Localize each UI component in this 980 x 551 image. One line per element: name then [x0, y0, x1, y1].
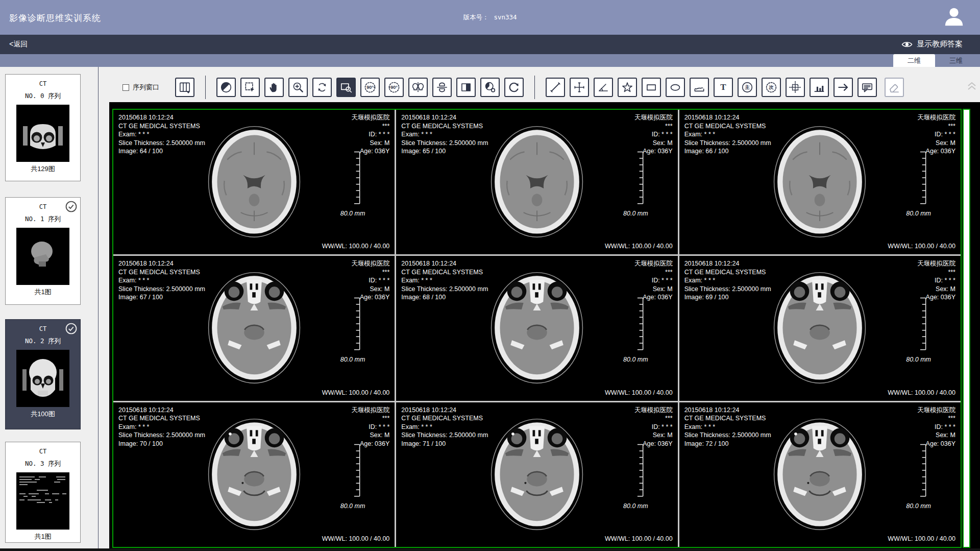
series-name: NO. 1 序列: [6, 215, 80, 224]
window-level-label: WW/WL: 100.00 / 40.00: [322, 535, 390, 542]
overlay-device: CT GE MEDICAL SYSTEMS: [684, 268, 771, 277]
flip-horizontal-icon: [411, 81, 425, 94]
series-card-3[interactable]: CT NO. 3 序列 共1图: [5, 442, 81, 543]
overlay-datetime: 20150618 10:12:24: [684, 113, 771, 122]
tool-mark-star-button[interactable]: [618, 78, 637, 97]
tool-reset-button[interactable]: [504, 78, 524, 97]
tool-comment-button[interactable]: [857, 78, 877, 97]
overlay-datetime: 20150618 10:12:24: [684, 406, 771, 415]
window-level-icon: [483, 81, 497, 94]
scale-ruler-icon: [919, 295, 927, 353]
overlay-sex: Sex: M: [634, 139, 673, 148]
overlay-sex: Sex: M: [634, 431, 673, 440]
viewer-cell[interactable]: 20150618 10:12:24 CT GE MEDICAL SYSTEMS …: [113, 256, 395, 400]
nav-bar: <返回 显示教师答案: [0, 35, 980, 54]
overlay-stars: ***: [917, 268, 955, 277]
overlay-hospital: 天堰模拟医院: [917, 113, 955, 122]
viewer-scrollbar[interactable]: [963, 109, 970, 548]
viewer-cell[interactable]: 20150618 10:12:24 CT GE MEDICAL SYSTEMS …: [679, 402, 961, 547]
toolbar: 序列窗口 90°90°T主次: [122, 77, 904, 98]
tool-measure-cross-button[interactable]: [570, 78, 589, 97]
series-window-checkbox-group[interactable]: 序列窗口: [122, 83, 159, 92]
overlay-device: CT GE MEDICAL SYSTEMS: [401, 122, 488, 131]
overlay-thickness: Slice Thickness: 2.500000 mm: [401, 431, 488, 440]
overlay-exam: Exam: * * *: [401, 130, 488, 139]
tool-annotate-text-button[interactable]: T: [714, 78, 733, 97]
tool-sync-rotate-button[interactable]: [312, 78, 332, 97]
tool-roi-rectangle-button[interactable]: [642, 78, 661, 97]
ct-slice-image: [479, 118, 595, 244]
user-avatar-icon[interactable]: [942, 5, 966, 29]
tool-curve-profile-button[interactable]: [690, 78, 709, 97]
tool-select-button[interactable]: [240, 78, 260, 97]
measure-angle-icon: [597, 81, 610, 94]
tool-mark-primary-button[interactable]: 主: [738, 78, 757, 97]
overlay-device: CT GE MEDICAL SYSTEMS: [684, 414, 771, 423]
tool-mark-arrow-button[interactable]: [834, 78, 853, 97]
tool-flip-vertical-button[interactable]: [432, 78, 452, 97]
tool-zoom-in-button[interactable]: [288, 78, 308, 97]
viewer-cell[interactable]: 20150618 10:12:24 CT GE MEDICAL SYSTEMS …: [396, 402, 677, 547]
series-thumbnail: [16, 228, 69, 285]
overlay-sex: Sex: M: [917, 285, 955, 294]
viewer-cell[interactable]: 20150618 10:12:24 CT GE MEDICAL SYSTEMS …: [113, 402, 395, 547]
tool-window-level-button[interactable]: [480, 78, 500, 97]
ct-slice-image: [479, 411, 595, 536]
scale-ruler-icon: [353, 149, 361, 207]
overlay-exam: Exam: * * *: [118, 276, 205, 285]
tool-roi-ellipse-button[interactable]: [666, 78, 685, 97]
ct-slice-image: [762, 411, 877, 536]
series-card-2[interactable]: CT NO. 2 序列 共100图: [5, 319, 81, 429]
overlay-stars: ***: [351, 122, 389, 131]
collapse-toolbar-icon[interactable]: [966, 80, 977, 92]
overlay-hospital: 天堰模拟医院: [634, 113, 673, 122]
tool-measure-line-button[interactable]: [546, 78, 565, 97]
overlay-stars: ***: [351, 414, 389, 423]
tool-mark-secondary-button[interactable]: 次: [762, 78, 781, 97]
tool-rotate-ccw-90-button[interactable]: 90°: [360, 78, 380, 97]
series-count: 共100图: [6, 410, 80, 419]
overlay-stars: ***: [351, 268, 389, 277]
overlay-hospital: 天堰模拟医院: [351, 406, 389, 415]
back-button[interactable]: <返回: [9, 40, 28, 49]
tool-layout-grid-button[interactable]: [175, 78, 194, 97]
show-teacher-answer-button[interactable]: 显示教师答案: [901, 39, 963, 49]
overlay-patient-id: ID: * * *: [917, 276, 955, 285]
series-card-0[interactable]: CT NO. 0 序列 共129图: [5, 74, 81, 181]
tool-render-sphere-button[interactable]: [216, 78, 236, 97]
tool-pan-button[interactable]: [264, 78, 284, 97]
tab-2d[interactable]: 二维: [893, 54, 935, 67]
viewer-cell[interactable]: 20150618 10:12:24 CT GE MEDICAL SYSTEMS …: [679, 110, 961, 254]
tool-eraser-button[interactable]: [885, 78, 904, 97]
overlay-exam: Exam: * * *: [118, 130, 205, 139]
tool-flip-horizontal-button[interactable]: [408, 78, 428, 97]
content-area: CT NO. 0 序列 共129图 CT NO. 1 序列: [0, 67, 980, 551]
overlay-thickness: Slice Thickness: 2.500000 mm: [401, 285, 488, 294]
tool-roi-grid-button[interactable]: [786, 78, 805, 97]
overlay-image-index: Image: 67 / 100: [118, 293, 205, 302]
version-info: 版本号： svn334: [463, 13, 517, 22]
tool-invert-button[interactable]: [456, 78, 476, 97]
scale-label: 80.0 mm: [623, 210, 648, 217]
series-card-1[interactable]: CT NO. 1 序列 共1图: [5, 197, 81, 305]
window-level-label: WW/WL: 100.00 / 40.00: [322, 243, 390, 250]
viewer-cell[interactable]: 20150618 10:12:24 CT GE MEDICAL SYSTEMS …: [396, 110, 677, 254]
overlay-hospital: 天堰模拟医院: [634, 259, 673, 268]
tab-3d[interactable]: 三维: [935, 54, 977, 67]
ct-slice-image: [762, 118, 877, 244]
window-level-label: WW/WL: 100.00 / 40.00: [605, 389, 673, 396]
overlay-patient-id: ID: * * *: [351, 276, 389, 285]
viewer-cell[interactable]: 20150618 10:12:24 CT GE MEDICAL SYSTEMS …: [396, 256, 677, 400]
overlay-image-index: Image: 64 / 100: [118, 147, 205, 156]
viewer-cell[interactable]: 20150618 10:12:24 CT GE MEDICAL SYSTEMS …: [113, 110, 395, 254]
viewer-cell[interactable]: 20150618 10:12:24 CT GE MEDICAL SYSTEMS …: [679, 256, 961, 400]
overlay-sex: Sex: M: [351, 431, 389, 440]
tool-measure-angle-button[interactable]: [594, 78, 613, 97]
overlay-device: CT GE MEDICAL SYSTEMS: [118, 122, 205, 131]
tool-rotate-cw-90-button[interactable]: 90°: [384, 78, 404, 97]
tool-zoom-region-button[interactable]: [336, 78, 356, 97]
tool-histogram-button[interactable]: [810, 78, 829, 97]
series-window-checkbox[interactable]: [122, 84, 129, 91]
annotate-text-label: T: [720, 82, 726, 92]
image-grid: 20150618 10:12:24 CT GE MEDICAL SYSTEMS …: [112, 109, 962, 548]
